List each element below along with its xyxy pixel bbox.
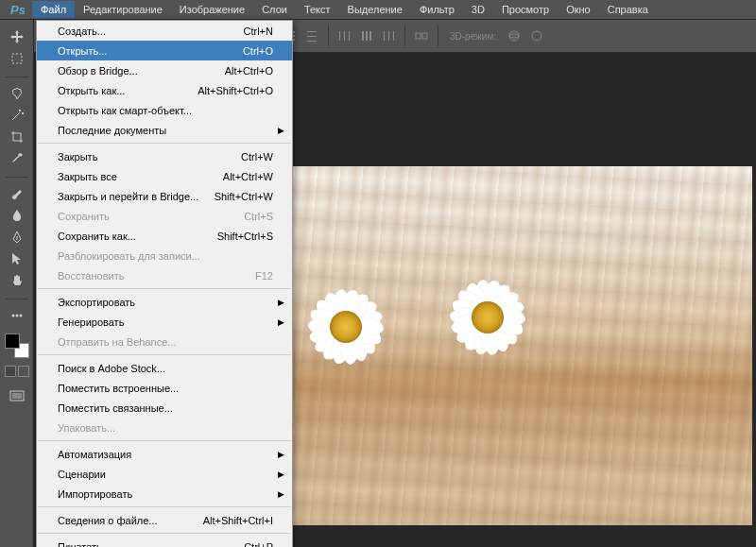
quick-mask-icon[interactable]	[18, 366, 29, 377]
orbit-3d-icon[interactable]	[504, 26, 524, 46]
submenu-arrow-icon: ▶	[278, 489, 284, 499]
menu-файл[interactable]: Файл	[32, 1, 75, 18]
dist-left-icon[interactable]	[335, 26, 355, 46]
svg-point-42	[532, 31, 541, 41]
path-select-tool-icon[interactable]	[6, 248, 28, 269]
menu-текст[interactable]: Текст	[296, 1, 339, 18]
screen-mode-icon[interactable]	[6, 386, 28, 407]
svg-rect-36	[388, 31, 389, 41]
dist-bottom-icon[interactable]	[301, 26, 322, 46]
separator	[404, 26, 405, 46]
standard-mode-icon[interactable]	[5, 366, 16, 377]
menu-item[interactable]: Сценарии▶	[37, 464, 292, 484]
color-swatches[interactable]	[5, 333, 29, 358]
svg-rect-31	[349, 31, 350, 41]
blur-tool-icon[interactable]	[6, 205, 28, 226]
menu-просмотр[interactable]: Просмотр	[493, 1, 558, 18]
submenu-arrow-icon: ▶	[278, 317, 284, 327]
menu-item[interactable]: Поместить встроенные...	[37, 378, 292, 398]
separator	[438, 26, 438, 46]
menu-item-label: Импортировать	[58, 488, 132, 500]
menu-item[interactable]: Открыть...Ctrl+O	[37, 41, 292, 60]
menu-item-label: Автоматизация	[58, 449, 131, 460]
svg-rect-37	[393, 31, 394, 41]
menu-item-label: Поиск в Adobe Stock...	[58, 363, 165, 374]
svg-rect-32	[362, 31, 364, 41]
menu-3d[interactable]: 3D	[463, 1, 493, 18]
menu-item[interactable]: Печатать...Ctrl+P	[37, 537, 292, 547]
menu-separator	[38, 143, 291, 144]
pen-tool-icon[interactable]	[6, 227, 28, 248]
menu-item[interactable]: Закрыть и перейти в Bridge...Shift+Ctrl+…	[37, 186, 292, 206]
distribute-h-group	[335, 26, 399, 46]
svg-rect-30	[344, 31, 345, 41]
menu-item[interactable]: Открыть как смарт-объект...	[37, 100, 292, 120]
menu-окно[interactable]: Окно	[558, 1, 599, 18]
move-tool-icon[interactable]	[6, 26, 28, 47]
menu-item: Упаковать...	[37, 418, 292, 437]
pan-3d-icon[interactable]	[526, 26, 547, 46]
menu-item[interactable]: Экспортировать▶	[37, 292, 292, 312]
dist-hcenter-icon[interactable]	[356, 26, 377, 46]
artboard-tool-icon[interactable]	[6, 48, 28, 69]
svg-rect-35	[384, 31, 385, 41]
submenu-arrow-icon: ▶	[278, 450, 284, 459]
menu-shortcut: Ctrl+O	[243, 45, 273, 57]
menu-item[interactable]: Сведения о файле...Alt+Shift+Ctrl+I	[37, 510, 292, 530]
more-tools-icon[interactable]	[6, 305, 28, 326]
svg-point-45	[15, 315, 18, 317]
menu-слои[interactable]: Слои	[253, 1, 296, 18]
menu-item[interactable]: Поместить связанные...	[37, 398, 292, 418]
menu-separator	[38, 354, 291, 355]
svg-point-40	[509, 31, 519, 41]
menu-item: Отправить на Behance...	[37, 332, 292, 351]
menu-shortcut: Ctrl+N	[244, 26, 273, 37]
menu-shortcut: F12	[255, 270, 273, 282]
menu-справка[interactable]: Справка	[599, 1, 657, 18]
menu-item-label: Открыть как смарт-объект...	[58, 105, 192, 116]
menu-item[interactable]: Последние документы▶	[37, 120, 292, 140]
menu-item[interactable]: Автоматизация▶	[37, 444, 292, 464]
menu-фильтр[interactable]: Фильтр	[411, 1, 463, 18]
foreground-color-swatch[interactable]	[5, 333, 20, 349]
menu-item-label: Поместить встроенные...	[58, 383, 179, 394]
menu-item-label: Открыть...	[58, 45, 107, 57]
eyedropper-tool-icon[interactable]	[6, 148, 28, 169]
menu-shortcut: Alt+Shift+Ctrl+O	[198, 85, 273, 96]
menu-item[interactable]: Закрыть всеAlt+Ctrl+W	[37, 166, 292, 186]
svg-point-44	[11, 315, 14, 317]
separator	[6, 70, 28, 77]
menu-item-label: Упаковать...	[58, 422, 115, 434]
menu-item[interactable]: Генерировать▶	[37, 312, 292, 332]
svg-rect-27	[307, 36, 317, 37]
lasso-tool-icon[interactable]	[6, 83, 28, 104]
image-content	[289, 270, 403, 384]
svg-rect-28	[307, 41, 317, 42]
menu-shortcut: Ctrl+S	[244, 211, 273, 222]
menu-item[interactable]: Сохранить как...Shift+Ctrl+S	[37, 226, 292, 246]
menu-item[interactable]: Открыть как...Alt+Shift+Ctrl+O	[37, 80, 292, 100]
menu-редактирование[interactable]: Редактирование	[75, 1, 171, 18]
svg-rect-48	[12, 393, 22, 399]
menu-item[interactable]: Поиск в Adobe Stock...	[37, 358, 292, 378]
menu-выделение[interactable]: Выделение	[339, 1, 411, 18]
magic-wand-tool-icon[interactable]	[6, 105, 28, 126]
menu-item[interactable]: Создать...Ctrl+N	[37, 21, 292, 41]
menu-item[interactable]: ЗакрытьCtrl+W	[37, 146, 292, 166]
svg-rect-29	[339, 31, 340, 41]
menu-shortcut: Ctrl+W	[241, 151, 273, 162]
menu-изображение[interactable]: Изображение	[171, 1, 253, 18]
menu-item[interactable]: Обзор в Bridge...Alt+Ctrl+O	[37, 60, 292, 80]
crop-tool-icon[interactable]	[6, 127, 28, 147]
menu-item-label: Печатать...	[58, 541, 111, 548]
brush-tool-icon[interactable]	[6, 183, 28, 204]
auto-align-icon[interactable]	[411, 26, 432, 46]
menu-item-label: Закрыть и перейти в Bridge...	[58, 191, 198, 202]
menu-separator	[38, 506, 291, 507]
dist-right-icon[interactable]	[378, 26, 399, 46]
submenu-arrow-icon: ▶	[278, 470, 284, 479]
separator	[328, 26, 329, 46]
menu-item-label: Закрыть	[58, 151, 97, 162]
menu-item[interactable]: Импортировать▶	[37, 484, 292, 504]
hand-tool-icon[interactable]	[6, 270, 28, 291]
